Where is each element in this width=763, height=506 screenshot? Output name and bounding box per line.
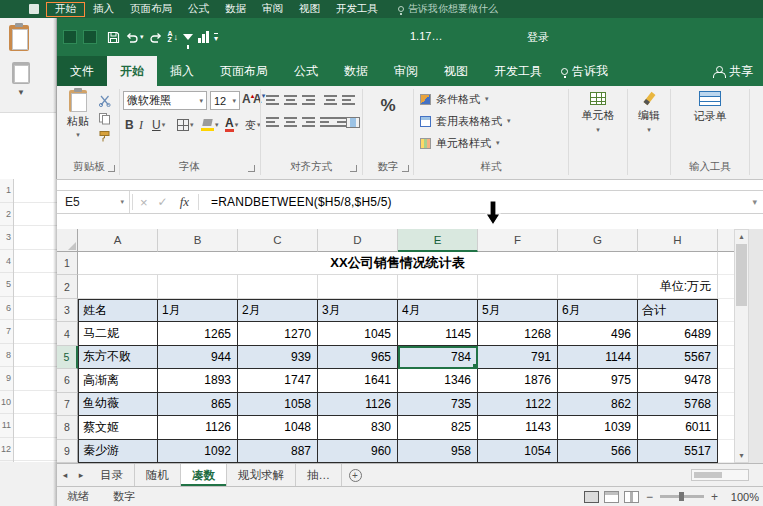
col-header-B[interactable]: B (158, 229, 238, 252)
row-header-3[interactable]: 3 (57, 299, 78, 322)
cancel-icon[interactable]: × (135, 195, 153, 210)
cell-G2[interactable] (558, 275, 638, 298)
background-tab-3[interactable]: 页面布局 (122, 2, 180, 17)
copy-button[interactable] (96, 110, 112, 126)
fill-color-button[interactable]: ▾ (201, 116, 219, 134)
cell-B4[interactable]: 1265 (158, 322, 238, 345)
cell-F8[interactable]: 1143 (478, 416, 558, 439)
background-tab-5[interactable]: 数据 (217, 2, 254, 17)
sheet-tab-2[interactable]: 随机 (135, 464, 181, 486)
align-bottom-button[interactable] (302, 95, 315, 106)
normal-view-button[interactable] (584, 491, 599, 503)
cell-A9[interactable]: 秦少游 (78, 440, 158, 463)
row-header-7[interactable]: 7 (57, 393, 78, 416)
wrap-text-button[interactable] (342, 95, 355, 106)
zoom-out-button[interactable]: − (644, 490, 655, 504)
cell-H2[interactable]: 单位:万元 (638, 275, 718, 298)
italic-button[interactable]: I (139, 116, 143, 134)
sign-in-button[interactable]: 登录 (527, 30, 549, 45)
sheet-tab-1[interactable]: 目录 (89, 464, 135, 486)
cell-A5[interactable]: 东方不败 (78, 346, 158, 369)
ribbon-tab-5[interactable]: 数据 (331, 56, 381, 86)
clipboard-dialog-launcher-icon[interactable] (108, 165, 115, 172)
scroll-up-icon[interactable]: ▴ (735, 230, 748, 243)
cell-F6[interactable]: 1876 (478, 369, 558, 392)
cell-G5[interactable]: 1144 (558, 346, 638, 369)
background-tab-7[interactable]: 视图 (291, 2, 328, 17)
align-middle-button[interactable] (284, 95, 297, 106)
insert-function-icon[interactable]: fx (173, 194, 196, 210)
filter-icon[interactable] (183, 27, 193, 47)
cell-C2[interactable] (238, 275, 318, 298)
zoom-slider-thumb[interactable] (679, 492, 684, 501)
align-top-button[interactable] (266, 95, 279, 106)
col-header-A[interactable]: A (78, 229, 158, 252)
cell-C4[interactable]: 1270 (238, 322, 318, 345)
cell-G9[interactable]: 566 (558, 440, 638, 463)
background-tell-me[interactable]: 告诉我你想要做什么 (398, 2, 498, 16)
cells-button[interactable]: 单元格▾ (570, 92, 626, 134)
cell-H6[interactable]: 9478 (638, 369, 718, 392)
alignment-dialog-launcher-icon[interactable] (350, 165, 357, 172)
cell-F2[interactable] (478, 275, 558, 298)
zoom-slider[interactable] (660, 495, 704, 498)
background-tab-2[interactable]: 插入 (85, 2, 122, 17)
cell-C6[interactable]: 1747 (238, 369, 318, 392)
record-form-button[interactable]: 记录单 (673, 91, 747, 124)
zoom-in-button[interactable]: + (709, 490, 720, 504)
cell-D5[interactable]: 965 (318, 346, 398, 369)
editing-button[interactable]: 编辑▾ (629, 92, 669, 134)
new-sheet-button[interactable]: + (342, 464, 368, 486)
cell-H5[interactable]: 5567 (638, 346, 718, 369)
cell-F4[interactable]: 1268 (478, 322, 558, 345)
align-right-button[interactable] (302, 117, 315, 128)
ribbon-tab-6[interactable]: 审阅 (381, 56, 431, 86)
cell-E3[interactable]: 4月 (398, 299, 478, 322)
vertical-scrollbar-thumb[interactable] (736, 244, 747, 306)
cell-H4[interactable]: 6489 (638, 322, 718, 345)
font-dialog-launcher-icon[interactable] (248, 165, 255, 172)
cell-D9[interactable]: 960 (318, 440, 398, 463)
ribbon-tab-8[interactable]: 开发工具 (481, 56, 555, 86)
enter-icon[interactable]: ✓ (153, 195, 173, 209)
cell-H8[interactable]: 6011 (638, 416, 718, 439)
cell-A4[interactable]: 马二妮 (78, 322, 158, 345)
share-button[interactable]: 共享 (713, 56, 753, 86)
cell-D7[interactable]: 1126 (318, 393, 398, 416)
cell-A2[interactable] (78, 275, 158, 298)
cell-A6[interactable]: 高渐离 (78, 369, 158, 392)
save-icon[interactable] (107, 27, 120, 47)
cell-C3[interactable]: 2月 (238, 299, 318, 322)
horizontal-scrollbar[interactable] (691, 469, 749, 481)
font-size-select[interactable]: 12▾ (210, 91, 240, 110)
cell-B2[interactable] (158, 275, 238, 298)
chart-icon[interactable] (198, 27, 209, 47)
background-tab-6[interactable]: 审阅 (254, 2, 291, 17)
row-header-4[interactable]: 4 (57, 322, 78, 345)
cell-C5[interactable]: 939 (238, 346, 318, 369)
col-header-C[interactable]: C (238, 229, 318, 252)
cell-G3[interactable]: 6月 (558, 299, 638, 322)
increase-indent-button[interactable] (333, 117, 346, 128)
row-header-8[interactable]: 8 (57, 416, 78, 439)
cell-D3[interactable]: 3月 (318, 299, 398, 322)
row-header-5[interactable]: 5 (57, 346, 78, 369)
conditional-formatting-button[interactable]: 条件格式▾ (420, 89, 489, 109)
cell-F3[interactable]: 5月 (478, 299, 558, 322)
cell-F7[interactable]: 1122 (478, 393, 558, 416)
bold-button[interactable]: B (125, 116, 134, 134)
page-break-view-button[interactable] (624, 491, 639, 503)
align-center-button[interactable] (284, 117, 297, 128)
phonetic-guide-button[interactable]: 变▾ (245, 116, 261, 134)
horizontal-scrollbar-thumb[interactable] (694, 472, 722, 478)
ribbon-tab-7[interactable]: 视图 (431, 56, 481, 86)
cell-D2[interactable] (318, 275, 398, 298)
cell-E4[interactable]: 1145 (398, 322, 478, 345)
cell-C9[interactable]: 887 (238, 440, 318, 463)
sheet-nav-prev-icon[interactable]: ◂ (57, 464, 73, 486)
select-all-corner[interactable] (57, 229, 78, 252)
font-color-button[interactable]: A▾ (225, 116, 238, 134)
background-tab-8[interactable]: 开发工具 (328, 2, 386, 17)
cell-H7[interactable]: 5768 (638, 393, 718, 416)
format-painter-button[interactable] (96, 128, 112, 144)
